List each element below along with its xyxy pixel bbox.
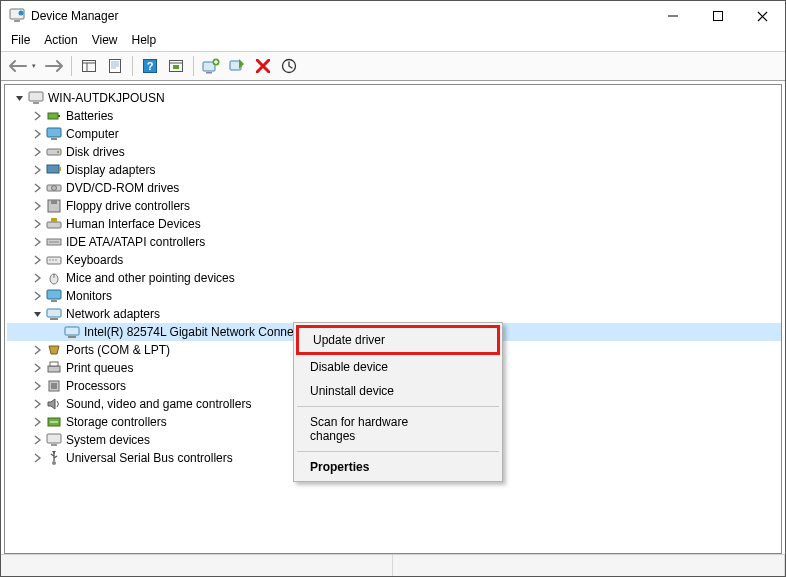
expand-icon[interactable]	[31, 253, 45, 267]
expand-icon[interactable]	[31, 217, 45, 231]
expand-icon[interactable]	[31, 433, 45, 447]
tree-item-label: Mice and other pointing devices	[66, 271, 235, 285]
cm-update-driver[interactable]: Update driver	[296, 325, 500, 355]
minimize-button[interactable]	[650, 1, 695, 31]
hid-icon	[46, 216, 62, 232]
keyboard-icon	[46, 252, 62, 268]
drive-icon	[46, 144, 62, 160]
svg-rect-56	[68, 336, 76, 338]
tree-root[interactable]: WIN-AUTDKJPOUSN	[7, 89, 781, 107]
expand-icon[interactable]	[31, 181, 45, 195]
device-tree[interactable]: WIN-AUTDKJPOUSN Batteries Computer Disk …	[4, 84, 782, 554]
nav-back-button[interactable]: ▾	[7, 55, 39, 77]
svg-rect-45	[47, 257, 61, 264]
cm-uninstall-device[interactable]: Uninstall device	[296, 379, 500, 403]
svg-point-47	[52, 259, 54, 261]
window-controls	[650, 1, 785, 31]
expand-icon[interactable]	[31, 451, 45, 465]
tree-item-batteries[interactable]: Batteries	[7, 107, 781, 125]
cm-properties[interactable]: Properties	[296, 455, 500, 479]
tree-item-diskdrives[interactable]: Disk drives	[7, 143, 781, 161]
help-button[interactable]: ?	[139, 55, 161, 77]
svg-rect-36	[59, 167, 61, 171]
menu-file[interactable]: File	[11, 33, 30, 47]
show-hide-tree-button[interactable]	[78, 55, 100, 77]
display-adapter-icon	[46, 162, 62, 178]
svg-rect-52	[51, 300, 57, 302]
svg-point-2	[19, 11, 24, 16]
expand-icon[interactable]	[31, 127, 45, 141]
toolbar-separator	[193, 56, 194, 76]
tree-item-label: Human Interface Devices	[66, 217, 201, 231]
menu-view[interactable]: View	[92, 33, 118, 47]
tree-item-label: Storage controllers	[66, 415, 167, 429]
expand-icon[interactable]	[31, 235, 45, 249]
maximize-button[interactable]	[695, 1, 740, 31]
expand-icon[interactable]	[31, 397, 45, 411]
svg-rect-7	[83, 61, 96, 72]
close-button[interactable]	[740, 1, 785, 31]
svg-rect-60	[51, 383, 57, 389]
cm-item-label: Properties	[310, 460, 369, 474]
disable-device-button[interactable]	[252, 55, 274, 77]
menu-action[interactable]: Action	[44, 33, 77, 47]
tree-item-ide[interactable]: IDE ATA/ATAPI controllers	[7, 233, 781, 251]
tree-item-label: Network adapters	[66, 307, 160, 321]
tree-item-label: Disk drives	[66, 145, 125, 159]
svg-rect-51	[47, 290, 61, 299]
menu-help[interactable]: Help	[132, 33, 157, 47]
expand-icon[interactable]	[31, 109, 45, 123]
computer-icon	[28, 90, 44, 106]
disc-icon	[46, 180, 62, 196]
svg-rect-57	[48, 366, 60, 372]
tree-item-floppy[interactable]: Floppy drive controllers	[7, 197, 781, 215]
uninstall-device-button[interactable]	[278, 55, 300, 77]
tree-item-label: Batteries	[66, 109, 113, 123]
scan-hardware-button[interactable]	[165, 55, 187, 77]
svg-rect-54	[50, 318, 58, 320]
collapse-icon[interactable]	[13, 91, 27, 105]
tree-item-dvdcdrom[interactable]: DVD/CD-ROM drives	[7, 179, 781, 197]
tree-item-mice[interactable]: Mice and other pointing devices	[7, 269, 781, 287]
svg-rect-19	[173, 65, 179, 69]
tree-item-hid[interactable]: Human Interface Devices	[7, 215, 781, 233]
expand-icon[interactable]	[31, 271, 45, 285]
tree-item-label: Keyboards	[66, 253, 123, 267]
floppy-icon	[46, 198, 62, 214]
ide-icon	[46, 234, 62, 250]
collapse-icon[interactable]	[31, 307, 45, 321]
tree-item-keyboards[interactable]: Keyboards	[7, 251, 781, 269]
printer-icon	[46, 360, 62, 376]
cm-scan-hardware[interactable]: Scan for hardware changes	[296, 410, 500, 448]
svg-rect-40	[51, 200, 57, 204]
cm-disable-device[interactable]: Disable device	[296, 355, 500, 379]
tree-item-network-adapters[interactable]: Network adapters	[7, 305, 781, 323]
expand-icon[interactable]	[31, 379, 45, 393]
system-icon	[46, 432, 62, 448]
expand-icon[interactable]	[31, 361, 45, 375]
expand-icon[interactable]	[31, 343, 45, 357]
expand-icon[interactable]	[31, 289, 45, 303]
svg-rect-21	[206, 72, 212, 74]
expand-icon[interactable]	[31, 415, 45, 429]
tree-item-label: Universal Serial Bus controllers	[66, 451, 233, 465]
nav-forward-button[interactable]	[43, 55, 65, 77]
update-driver-button[interactable]	[200, 55, 222, 77]
expand-spacer	[49, 325, 63, 339]
status-bar	[1, 554, 785, 576]
expand-icon[interactable]	[31, 145, 45, 159]
properties-button[interactable]	[104, 55, 126, 77]
expand-icon[interactable]	[31, 199, 45, 213]
svg-rect-42	[51, 218, 57, 222]
enable-device-button[interactable]	[226, 55, 248, 77]
tree-item-label: Floppy drive controllers	[66, 199, 190, 213]
context-menu: Update driver Disable device Uninstall d…	[293, 322, 503, 482]
tree-item-computer[interactable]: Computer	[7, 125, 781, 143]
tree-item-monitors[interactable]: Monitors	[7, 287, 781, 305]
monitor-icon	[46, 288, 62, 304]
tree-item-displayadapters[interactable]: Display adapters	[7, 161, 781, 179]
expand-icon[interactable]	[31, 163, 45, 177]
svg-rect-4	[713, 12, 722, 21]
status-cell	[1, 555, 393, 576]
cm-item-label: Scan for hardware changes	[310, 415, 408, 443]
